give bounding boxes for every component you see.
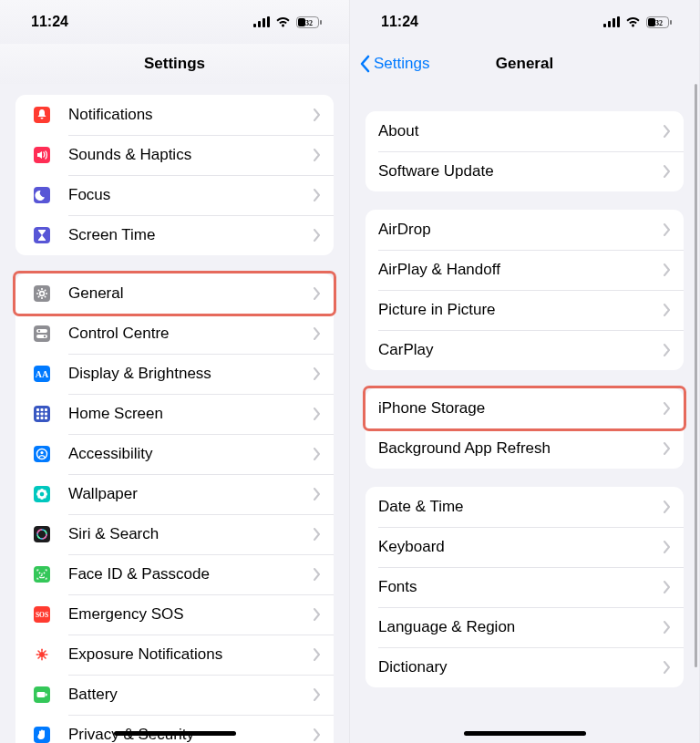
row-label: Language & Region (378, 618, 664, 636)
row-label: Date & Time (378, 498, 664, 516)
aa-icon: AA (28, 360, 56, 387)
row-general[interactable]: General (15, 273, 334, 314)
svg-point-26 (44, 335, 46, 337)
chevron-right-icon (664, 165, 671, 178)
row-keyboard[interactable]: Keyboard (365, 527, 684, 567)
svg-text:AA: AA (36, 369, 49, 379)
scrollbar[interactable] (695, 84, 697, 667)
svg-point-41 (40, 451, 43, 454)
svg-line-20 (38, 296, 39, 297)
chevron-right-icon (664, 661, 671, 674)
row-pip[interactable]: Picture in Picture (365, 290, 684, 330)
toggles-icon (28, 320, 56, 347)
chevron-right-icon (664, 500, 671, 513)
battery-icon: 32 (296, 16, 322, 28)
chevron-right-icon (314, 229, 321, 242)
svg-rect-80 (648, 18, 655, 26)
row-home[interactable]: Home Screen (15, 394, 334, 434)
svg-text:SOS: SOS (36, 611, 48, 619)
battery-icon: 32 (646, 16, 672, 28)
row-storage[interactable]: iPhone Storage (365, 388, 684, 428)
row-carplay[interactable]: CarPlay (365, 330, 684, 370)
svg-point-57 (39, 573, 41, 574)
row-display[interactable]: AADisplay & Brightness (15, 354, 334, 394)
row-exposure[interactable]: Exposure Notifications (15, 635, 334, 675)
row-label: Screen Time (68, 226, 314, 244)
svg-text:32: 32 (305, 18, 313, 26)
person-icon (28, 440, 56, 468)
row-faceid[interactable]: Face ID & Passcode (15, 554, 334, 594)
row-airplay[interactable]: AirPlay & Handoff (365, 250, 684, 290)
row-control[interactable]: Control Centre (15, 314, 334, 354)
row-battery[interactable]: Battery (15, 675, 334, 715)
chevron-right-icon (314, 327, 321, 340)
nav-bar: Settings (0, 44, 349, 84)
status-time: 11:24 (381, 14, 418, 30)
svg-rect-76 (608, 21, 611, 27)
svg-rect-37 (41, 417, 44, 419)
row-label: CarPlay (378, 341, 664, 359)
row-screentime[interactable]: Screen Time (15, 215, 334, 255)
battery-icon (28, 681, 56, 708)
row-sos[interactable]: SOSEmergency SOS (15, 594, 334, 635)
chevron-right-icon (314, 608, 321, 621)
svg-rect-72 (37, 692, 46, 697)
row-focus[interactable]: Focus (15, 175, 334, 215)
row-notifications[interactable]: Notifications (15, 95, 334, 135)
row-lang[interactable]: Language & Region (365, 607, 684, 647)
row-accessibility[interactable]: Accessibility (15, 434, 334, 474)
row-label: General (68, 284, 314, 303)
chevron-right-icon (314, 728, 321, 741)
row-label: Control Centre (68, 325, 314, 343)
row-wallpaper[interactable]: Wallpaper (15, 474, 334, 514)
home-indicator[interactable] (464, 731, 586, 736)
svg-line-69 (38, 657, 39, 658)
status-icons: 32 (253, 16, 322, 28)
chevron-right-icon (314, 648, 321, 661)
svg-line-67 (38, 651, 39, 652)
status-time: 11:24 (31, 14, 68, 30)
chevron-right-icon (664, 304, 671, 316)
row-about[interactable]: About (365, 111, 684, 151)
row-label: Dictionary (378, 658, 664, 676)
svg-rect-6 (320, 20, 322, 25)
chevron-right-icon (664, 125, 671, 138)
svg-rect-31 (41, 408, 44, 411)
chevron-left-icon (359, 55, 370, 73)
svg-rect-81 (670, 20, 672, 25)
status-bar: 11:24 32 (350, 0, 699, 44)
row-privacy[interactable]: Privacy & Security (15, 715, 334, 743)
svg-rect-35 (45, 413, 47, 416)
svg-rect-1 (258, 21, 261, 27)
svg-line-70 (45, 651, 46, 652)
row-label: Picture in Picture (378, 301, 664, 319)
row-label: Accessibility (68, 445, 314, 463)
home-indicator[interactable] (114, 731, 236, 736)
back-button[interactable]: Settings (359, 55, 429, 73)
chevron-right-icon (664, 541, 671, 553)
row-siri[interactable]: Siri & Search (15, 514, 334, 554)
row-datetime[interactable]: Date & Time (365, 487, 684, 527)
row-fonts[interactable]: Fonts (365, 567, 684, 607)
svg-rect-30 (36, 408, 39, 411)
row-label: Software Update (378, 162, 664, 181)
hand-icon (28, 721, 56, 743)
svg-rect-0 (253, 24, 256, 27)
svg-rect-78 (617, 16, 620, 27)
row-airdrop[interactable]: AirDrop (365, 210, 684, 250)
row-label: Exposure Notifications (68, 645, 314, 664)
svg-rect-12 (34, 285, 50, 302)
row-bgrefresh[interactable]: Background App Refresh (365, 428, 684, 469)
cellular-icon (603, 16, 620, 27)
settings-root-screen: 11:24 32 Settings NotificationsSounds & … (0, 0, 350, 743)
svg-rect-3 (267, 16, 270, 27)
chevron-right-icon (664, 344, 671, 356)
grid-icon (28, 400, 56, 428)
general-list: AboutSoftware UpdateAirDropAirPlay & Han… (350, 111, 699, 724)
row-dict[interactable]: Dictionary (365, 647, 684, 687)
wifi-icon (625, 16, 641, 27)
row-software[interactable]: Software Update (365, 151, 684, 191)
bell-icon (28, 101, 56, 129)
svg-point-62 (39, 652, 45, 657)
row-sounds[interactable]: Sounds & Haptics (15, 135, 334, 175)
